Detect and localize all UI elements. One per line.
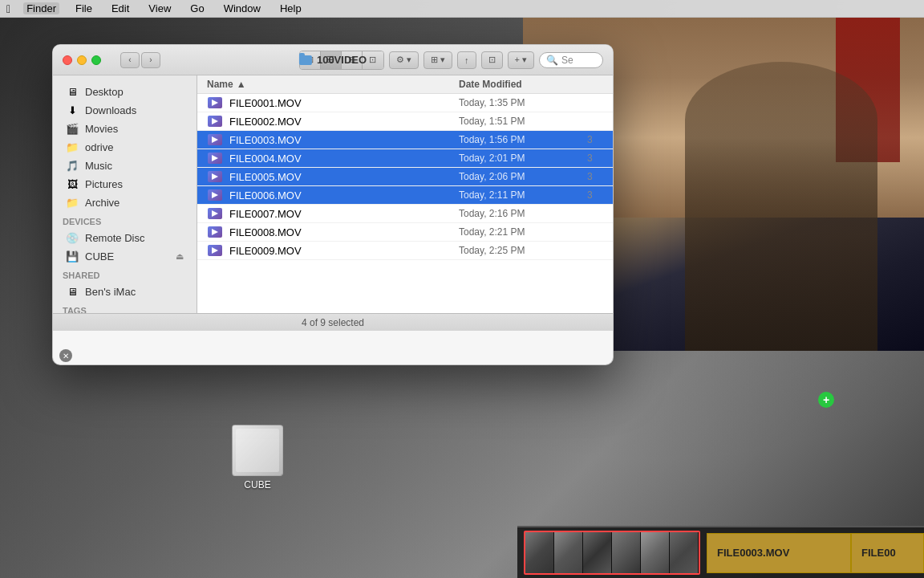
- timeline-file2-label[interactable]: FILE00: [851, 533, 924, 573]
- finder-titlebar: ‹ › 100VIDEO ⊞ ☰ ⊟ ⊡ ⚙ ▾ ⊞ ▾ ↑ ⊡ + ▾ 🔍 S…: [53, 45, 613, 75]
- file-name: FILE0004.MOV: [229, 153, 459, 165]
- path-button[interactable]: ⊡: [481, 51, 503, 69]
- sidebar-music-label: Music: [85, 160, 112, 172]
- menubar-finder[interactable]: Finder: [23, 2, 59, 14]
- sidebar-item-downloads[interactable]: ⬇ Downloads: [56, 101, 193, 119]
- arrange-button[interactable]: ⊞ ▾: [424, 51, 452, 69]
- maximize-button[interactable]: [91, 55, 101, 65]
- col-extra-header: [587, 79, 603, 90]
- file-date: Today, 2:06 PM: [459, 171, 587, 182]
- file-size: 3: [587, 189, 603, 201]
- col-date-header[interactable]: Date Modified: [459, 79, 587, 90]
- sidebar-desktop-label: Desktop: [85, 86, 124, 98]
- sidebar-item-pictures[interactable]: 🖼 Pictures: [56, 175, 193, 193]
- file-date: Today, 2:25 PM: [459, 245, 587, 256]
- sidebar-item-cube[interactable]: 💾 CUBE ⏏: [56, 247, 193, 265]
- file-icon: [207, 96, 223, 109]
- sidebar-item-desktop[interactable]: 🖥 Desktop: [56, 83, 193, 100]
- file-name: FILE0006.MOV: [229, 189, 459, 201]
- archive-icon: 📁: [66, 196, 79, 209]
- file-row[interactable]: FILE0007.MOV Today, 2:16 PM: [197, 205, 613, 223]
- sidebar-item-odrive[interactable]: 📁 odrive: [56, 138, 193, 156]
- file-size: 3: [587, 171, 603, 182]
- sidebar-item-remote-disc[interactable]: 💿 Remote Disc: [56, 229, 193, 246]
- selection-status: 4 of 9 selected: [302, 317, 364, 328]
- file-icon: [207, 189, 223, 201]
- sidebar-odrive-label: odrive: [85, 141, 113, 153]
- file-date: Today, 2:01 PM: [459, 153, 587, 164]
- sort-indicator: ▲: [237, 79, 246, 90]
- sidebar-item-archive[interactable]: 📁 Archive: [56, 193, 193, 211]
- desktop-icon: 🖥: [66, 85, 79, 98]
- file-name: FILE0008.MOV: [229, 226, 459, 238]
- apple-menu[interactable]: : [6, 2, 10, 15]
- shared-header: Shared: [53, 266, 197, 282]
- file-row[interactable]: FILE0008.MOV Today, 2:21 PM: [197, 223, 613, 242]
- col-name-header[interactable]: Name ▲: [207, 79, 459, 90]
- music-icon: 🎵: [66, 159, 79, 172]
- eject-icon[interactable]: ⏏: [176, 251, 184, 262]
- file-icon: [207, 115, 223, 128]
- finder-statusbar: 4 of 9 selected: [53, 313, 613, 331]
- share-button[interactable]: ↑: [457, 51, 476, 69]
- file-icon: [207, 133, 223, 146]
- cube-drive-icon: [232, 425, 283, 476]
- search-field[interactable]: 🔍 Se: [539, 52, 603, 68]
- menubar-window[interactable]: Window: [221, 2, 264, 14]
- close-button[interactable]: [63, 55, 72, 65]
- desktop-item-cube[interactable]: CUBE: [229, 421, 286, 494]
- odrive-icon: 📁: [66, 140, 79, 153]
- sidebar-cube-label: CUBE: [85, 250, 114, 263]
- file-date: Today, 1:51 PM: [459, 116, 587, 127]
- cube-drive-icon: 💾: [66, 250, 79, 263]
- movies-icon: 🎬: [66, 122, 79, 135]
- filmstrip-frame: [583, 532, 612, 573]
- file-icon: [207, 226, 223, 238]
- menubar-view[interactable]: View: [145, 2, 174, 14]
- back-button[interactable]: ‹: [120, 52, 140, 68]
- timeline-file1-label[interactable]: FILE0003.MOV: [707, 533, 851, 573]
- close-desktop-btn[interactable]: ✕: [59, 349, 72, 362]
- menubar-file[interactable]: File: [72, 2, 95, 14]
- minimize-button[interactable]: [77, 55, 87, 65]
- file-row[interactable]: FILE0005.MOV Today, 2:06 PM 3: [197, 168, 613, 186]
- imac-icon: 🖥: [66, 285, 79, 298]
- sidebar-item-movies[interactable]: 🎬 Movies: [56, 120, 193, 137]
- file-name: FILE0007.MOV: [229, 208, 459, 220]
- file-name: FILE0003.MOV: [229, 134, 459, 146]
- filelist-header: Name ▲ Date Modified: [197, 75, 613, 94]
- sidebar-item-bens-imac[interactable]: 🖥 Ben's iMac: [56, 283, 193, 300]
- file-icon: [207, 244, 223, 257]
- action-button[interactable]: ⚙ ▾: [389, 51, 419, 69]
- file-name: FILE0009.MOV: [229, 245, 459, 257]
- menubar-go[interactable]: Go: [187, 2, 207, 14]
- file-row[interactable]: FILE0004.MOV Today, 2:01 PM 3: [197, 149, 613, 168]
- search-placeholder: Se: [561, 55, 573, 66]
- file-date: Today, 2:21 PM: [459, 226, 587, 238]
- sidebar-item-music[interactable]: 🎵 Music: [56, 157, 193, 174]
- file-size: 3: [587, 134, 603, 145]
- devices-header: Devices: [53, 212, 197, 228]
- file-row[interactable]: FILE0006.MOV Today, 2:11 PM 3: [197, 186, 613, 205]
- sidebar-remote-disc-label: Remote Disc: [85, 232, 144, 244]
- downloads-icon: ⬇: [66, 104, 79, 116]
- file-icon: [207, 170, 223, 183]
- sidebar-archive-label: Archive: [85, 197, 120, 209]
- add-button[interactable]: + ▾: [508, 51, 534, 69]
- file-row[interactable]: FILE0001.MOV Today, 1:35 PM: [197, 94, 613, 112]
- file-row[interactable]: FILE0009.MOV Today, 2:25 PM: [197, 242, 613, 260]
- file-date: Today, 1:35 PM: [459, 97, 587, 108]
- filmstrip[interactable]: [524, 531, 700, 575]
- file-row[interactable]: FILE0003.MOV Today, 1:56 PM 3: [197, 131, 613, 149]
- forward-button[interactable]: ›: [141, 52, 160, 68]
- file-date: Today, 1:56 PM: [459, 134, 587, 145]
- menubar-edit[interactable]: Edit: [108, 2, 132, 14]
- file-name: FILE0005.MOV: [229, 171, 459, 183]
- file-row[interactable]: FILE0002.MOV Today, 1:51 PM: [197, 112, 613, 131]
- finder-window: ‹ › 100VIDEO ⊞ ☰ ⊟ ⊡ ⚙ ▾ ⊞ ▾ ↑ ⊡ + ▾ 🔍 S…: [52, 44, 614, 365]
- file-date: Today, 2:11 PM: [459, 189, 587, 201]
- file-icon: [207, 207, 223, 220]
- menubar-help[interactable]: Help: [277, 2, 305, 14]
- filmstrip-frame: [525, 532, 554, 573]
- cube-label: CUBE: [244, 479, 270, 490]
